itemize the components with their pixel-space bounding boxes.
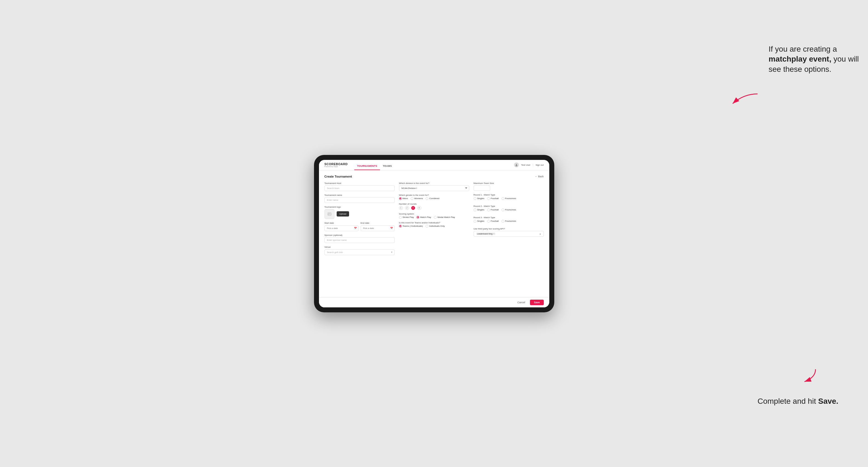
max-team-size-input[interactable]: 5 (474, 185, 490, 191)
round3-match-section: Round 3 - Match Type Singles Fourball (474, 216, 544, 223)
sponsor-input[interactable] (324, 237, 395, 243)
venue-arrow: ▼ (391, 251, 393, 253)
round3-foursomes-radio[interactable] (501, 220, 504, 223)
arrow-right-annotation (727, 91, 760, 109)
api-remove-icon[interactable]: × (493, 233, 494, 235)
tournament-host-group: Tournament Host (324, 182, 395, 191)
scoring-radio-group: Stroke Play Match Play Medal Match Play (399, 216, 469, 219)
logo-upload-area: Upload (324, 209, 395, 219)
gender-mens-radio[interactable] (399, 197, 402, 200)
user-avatar (514, 162, 519, 167)
round2-singles-radio[interactable] (474, 209, 476, 211)
cancel-button[interactable]: Cancel (515, 300, 528, 305)
round3-fourball[interactable]: Fourball (487, 220, 499, 223)
annotation-bottom-bold: Save. (818, 397, 838, 405)
nav-tabs: TOURNAMENTS TEAMS (354, 160, 395, 170)
end-date-input[interactable] (361, 225, 395, 231)
annotation-right: If you are creating a matchplay event, y… (769, 44, 863, 74)
event-individuals[interactable]: Individuals Only (426, 225, 445, 227)
round1-fourball-label: Fourball (491, 197, 499, 200)
round-1[interactable]: 1 (399, 206, 403, 210)
round3-singles[interactable]: Singles (474, 220, 485, 223)
tab-tournaments[interactable]: TOURNAMENTS (354, 165, 380, 170)
arrow-bottom-annotation (799, 367, 821, 384)
sign-out-link[interactable]: Sign out (535, 164, 544, 166)
api-tag: Leaderboard King × (476, 232, 496, 235)
division-select[interactable]: NCAA Division I (399, 185, 469, 191)
gender-label: Which gender is the event for? (399, 194, 469, 196)
round-2[interactable]: 2 (405, 206, 409, 210)
save-button[interactable]: Save (530, 300, 544, 305)
tournament-host-input[interactable] (324, 185, 395, 191)
round-4[interactable]: 4 (417, 206, 421, 210)
round3-foursomes[interactable]: Foursomes (501, 220, 516, 223)
end-date-group: End date 📅 (361, 222, 395, 231)
logo-placeholder (324, 209, 335, 219)
round2-match-section: Round 2 - Match Type Singles Fourball (474, 205, 544, 211)
svg-point-1 (516, 165, 518, 166)
back-link[interactable]: ← Back (535, 175, 544, 178)
event-teams-radio[interactable] (399, 225, 402, 227)
venue-input[interactable] (324, 249, 395, 255)
date-row: Start date 📅 End date (324, 222, 395, 231)
tablet-screen: SCOREBOARD Powered by clippit TOURNAMENT… (319, 160, 549, 307)
sponsor-group: Sponsor (optional) (324, 234, 395, 243)
gender-radio-group: Mens Womens Combined (399, 197, 469, 200)
scoring-medal[interactable]: Medal Match Play (434, 216, 455, 219)
round1-singles-radio[interactable] (474, 197, 476, 200)
end-date-wrapper: 📅 (361, 225, 395, 231)
round1-match-section: Round 1 - Match Type Singles Fourball (474, 194, 544, 200)
round2-foursomes-radio[interactable] (501, 209, 504, 211)
scoring-match-label: Match Play (420, 216, 431, 218)
round1-foursomes-radio[interactable] (501, 197, 504, 200)
round1-singles[interactable]: Singles (474, 197, 485, 200)
scoring-match-radio[interactable] (416, 216, 419, 219)
scoring-medal-radio[interactable] (434, 216, 437, 219)
rounds-label: Number of rounds (399, 203, 469, 205)
form-title: Create Tournament (324, 175, 352, 178)
upload-button[interactable]: Upload (337, 211, 349, 217)
scoring-stroke-radio[interactable] (399, 216, 402, 219)
round1-fourball-radio[interactable] (487, 197, 490, 200)
round3-fourball-radio[interactable] (487, 220, 490, 223)
event-individuals-radio[interactable] (426, 225, 428, 227)
scoring-label: Scoring system (399, 213, 469, 215)
api-chevron: ▲ (539, 233, 541, 235)
api-label: Use third-party live scoring API? (474, 227, 544, 230)
round1-foursomes[interactable]: Foursomes (501, 197, 516, 200)
annotation-bottom-text1: Complete and hit (757, 397, 818, 405)
gender-womens[interactable]: Womens (411, 197, 423, 200)
start-date-wrapper: 📅 (324, 225, 359, 231)
round2-fourball[interactable]: Fourball (487, 209, 499, 211)
start-date-input[interactable] (324, 225, 359, 231)
round1-fourball[interactable]: Fourball (487, 197, 499, 200)
nav-right: Test User | Sign out (514, 162, 544, 167)
tournament-name-input[interactable] (324, 197, 395, 203)
round2-singles[interactable]: Singles (474, 209, 485, 211)
start-date-group: Start date 📅 (324, 222, 359, 231)
division-label: Which division is the event for? (399, 182, 469, 185)
api-select-box[interactable]: Leaderboard King × ▲ (474, 231, 544, 237)
round3-singles-radio[interactable] (474, 220, 476, 223)
event-type-group: Is this event for Teams and/or Individua… (399, 221, 469, 227)
round2-fourball-radio[interactable] (487, 209, 490, 211)
gender-mens[interactable]: Mens (399, 197, 408, 200)
gender-combined[interactable]: Combined (426, 197, 439, 200)
scoring-match[interactable]: Match Play (416, 216, 431, 219)
scoring-stroke-label: Stroke Play (403, 216, 414, 218)
tab-teams[interactable]: TEAMS (380, 165, 395, 170)
round2-foursomes[interactable]: Foursomes (501, 209, 516, 211)
round2-foursomes-label: Foursomes (505, 209, 516, 211)
gender-womens-radio[interactable] (411, 197, 413, 200)
venue-label: Venue (324, 246, 395, 248)
round-3[interactable]: 3 (411, 206, 415, 210)
event-teams[interactable]: Teams (+Individuals) (399, 225, 423, 227)
form-columns: Tournament Host Tournament name Tourname… (324, 182, 544, 255)
form-footer: Cancel Save (319, 297, 549, 307)
round1-match-label: Round 1 - Match Type (474, 194, 544, 196)
gender-combined-radio[interactable] (426, 197, 428, 200)
scoring-stroke[interactable]: Stroke Play (399, 216, 414, 219)
nav-divider: | (533, 163, 533, 166)
annotation-right-text1: If you are creating a (769, 45, 837, 53)
left-section: Tournament Host Tournament name Tourname… (324, 182, 395, 255)
